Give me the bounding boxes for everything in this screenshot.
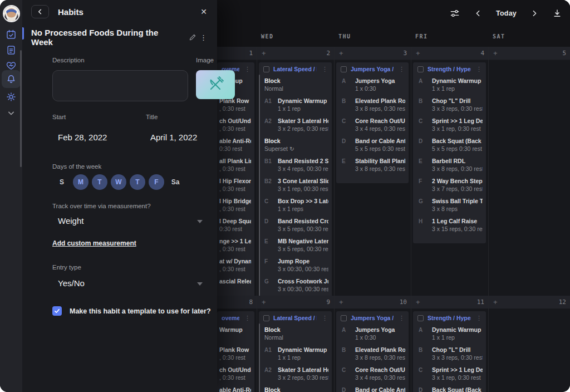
exercise-row[interactable]: at w/ Dynamic P..., 0:30 rest <box>219 258 251 273</box>
block-row[interactable]: BlockSuperset ↻ <box>264 138 328 153</box>
exercise-row[interactable]: EMB Negative Lateral Hop...3 x 5 reps, 0… <box>264 238 328 253</box>
exercise-row[interactable]: all Plank Linear ..., 0:30 rest <box>219 158 251 173</box>
add-workout-button[interactable]: + <box>262 49 266 57</box>
exercise-row[interactable]: CCore Reach Out/Under3 x 4 reps, 0:30 re… <box>342 117 405 133</box>
exercise-row[interactable]: Plank Row, 0:30 rest <box>219 346 251 361</box>
exercise-row[interactable]: Plank Row, 0:30 rest <box>219 97 251 112</box>
exercise-row[interactable]: CSprint >> 1 Leg Declarations3 x 1 rep, … <box>419 366 483 381</box>
workout-menu-kebab-icon[interactable]: ⋮ <box>475 66 483 72</box>
sidebar-expand-chevron-down-icon[interactable] <box>6 107 17 119</box>
exercise-row[interactable]: EBarbell RDL3 x 8 reps, 0:30 rest <box>419 158 483 173</box>
exercise-row[interactable]: AJumpers Yoga1 x 0:30 <box>342 326 405 341</box>
exercise-row[interactable]: B1Band Resisted 2 Step Late...3 x 4 reps… <box>264 158 328 173</box>
workout-title[interactable]: Lateral Speed / Plyo <box>273 315 317 321</box>
workout-checkbox[interactable] <box>417 66 424 72</box>
add-custom-measurement-link[interactable]: Add custom measurement <box>52 239 136 247</box>
workout-menu-kebab-icon[interactable]: ⋮ <box>243 66 252 72</box>
workout-checkbox[interactable] <box>417 315 424 321</box>
add-workout-button[interactable]: + <box>262 298 266 306</box>
day-toggle-f[interactable]: F <box>149 174 164 190</box>
workout-card[interactable]: ovement Q...⋮WarmupPlank Row, 0:30 restc… <box>217 311 254 392</box>
exercise-row[interactable]: A2Skater 3 Lateral Hops >> ...3 x 2 reps… <box>264 117 328 133</box>
workout-menu-kebab-icon[interactable]: ⋮ <box>475 315 483 321</box>
filter-sliders-icon[interactable] <box>449 8 460 19</box>
exercise-row[interactable]: BChop "L" Drill3 x 3 reps, 0:30 rest <box>419 97 483 112</box>
sidebar-item-heart-icon[interactable] <box>6 60 17 71</box>
workout-card[interactable]: Strength / Hypertro...⋮ADynamic Warmup1 … <box>413 311 486 392</box>
day-toggle-s[interactable]: S <box>54 178 70 186</box>
exercise-row[interactable]: FJump Rope3 x 00:30, 00:30 rest <box>264 258 328 273</box>
sidebar-item-bell-icon[interactable] <box>6 74 17 85</box>
add-workout-button[interactable]: + <box>416 49 420 57</box>
workout-checkbox[interactable] <box>341 66 347 72</box>
habit-menu-kebab-icon[interactable]: ⋮ <box>196 33 210 42</box>
workout-title[interactable]: Jumpers Yoga / Core <box>351 66 394 72</box>
block-row[interactable]: BlockSuperset ↻ <box>264 386 328 392</box>
template-checkbox[interactable] <box>52 306 62 316</box>
exercise-row[interactable]: l Hip Bridge w/ ..., 0:30 rest <box>219 198 251 213</box>
today-button[interactable]: Today <box>496 9 517 17</box>
workout-menu-kebab-icon[interactable]: ⋮ <box>321 66 329 72</box>
exercise-row[interactable]: F2 Way Bench Step Up3 x 7 reps, 0:30 res… <box>419 178 483 193</box>
exercise-row[interactable]: DBack Squat (Back Off Set)5 x 5 reps 0:3… <box>419 138 483 153</box>
sidebar-item-calendar-icon[interactable] <box>6 29 17 40</box>
day-toggle-t[interactable]: T <box>92 174 107 190</box>
workout-card[interactable]: Strength / Hypertro...⋮ADynamic Warmup1 … <box>413 62 486 243</box>
workout-menu-kebab-icon[interactable]: ⋮ <box>243 315 252 321</box>
exercise-row[interactable]: ch Out/Under, 0:30 rest <box>219 366 251 381</box>
exercise-row[interactable]: GCross Footwork Jump Rope3 x 00:30, 00:3… <box>264 278 328 293</box>
sidebar-item-document-icon[interactable] <box>6 45 17 56</box>
exercise-row[interactable]: DBand or Cable Anti Rotati...5 x 5 reps … <box>342 386 405 392</box>
exercise-row[interactable]: CSprint >> 1 Leg Declarations3 x 1 rep, … <box>419 117 483 133</box>
workout-checkbox[interactable] <box>263 66 269 72</box>
next-week-button[interactable] <box>530 9 539 18</box>
workout-checkbox[interactable] <box>263 315 269 321</box>
workout-card[interactable]: Jumpers Yoga / Core⋮AJumpers Yoga1 x 0:3… <box>336 311 409 392</box>
add-workout-button[interactable]: + <box>493 298 498 306</box>
exercise-row[interactable]: ADynamic Warmup1 x 1 rep <box>419 326 483 341</box>
exercise-row[interactable]: A1Dynamic Warmup1 x 1 rep <box>264 97 328 112</box>
panel-scrollbar[interactable] <box>20 50 22 167</box>
exercise-row[interactable]: BElevated Plank Row3 x 8 reps, 0:30 rest <box>342 346 405 361</box>
exercise-row[interactable]: able Anti-Rotati...0:30 rest <box>219 386 251 392</box>
close-icon[interactable]: ✕ <box>197 6 210 17</box>
avatar[interactable] <box>3 5 20 22</box>
edit-pencil-icon[interactable] <box>189 33 196 41</box>
workout-card[interactable]: Jumpers Yoga / Core⋮AJumpers Yoga1 x 0:3… <box>336 62 409 183</box>
workout-title[interactable]: ovement Q... <box>222 315 239 321</box>
day-toggle-t[interactable]: T <box>130 174 145 190</box>
workout-menu-kebab-icon[interactable]: ⋮ <box>321 315 329 321</box>
exercise-row[interactable]: EStability Ball Plank Linear ...3 x 8 re… <box>342 158 405 173</box>
measurement-select[interactable]: Weight <box>58 216 203 227</box>
exercise-row[interactable]: A1Dynamic Warmup1 x 1 rep <box>264 346 328 361</box>
add-workout-button[interactable]: + <box>339 298 343 306</box>
day-toggle-sa[interactable]: Sa <box>168 178 183 186</box>
exercise-row[interactable]: GSwiss Ball Triple Threat3 x 8 reps <box>419 198 483 213</box>
block-row[interactable]: BlockNormal <box>264 77 328 92</box>
workout-title[interactable]: Strength / Hypertro... <box>428 66 471 72</box>
exercise-row[interactable]: AJumpers Yoga1 x 0:30 <box>342 77 405 92</box>
exercise-row[interactable]: ADynamic Warmup1 x 1 rep <box>419 77 483 92</box>
exercise-row[interactable]: DBack Squat (Back Off Set)5 x 5 reps 0:3… <box>419 386 483 392</box>
workout-title[interactable]: Lateral Speed / Plyo <box>273 66 317 72</box>
entry-type-select[interactable]: Yes/No <box>58 278 203 290</box>
exercise-row[interactable]: Warmup <box>219 326 251 341</box>
exercise-row[interactable]: l Hip Flexor Rais..., 0:30 rest <box>219 178 251 193</box>
exercise-row[interactable]: B23 Cone Lateral Slide3 x 1 rep, 00:30 r… <box>264 178 328 193</box>
add-workout-button[interactable]: + <box>416 298 420 306</box>
prev-week-button[interactable] <box>474 9 483 18</box>
exercise-row[interactable]: l Deep Squat Mo...0:30 rest <box>219 218 251 233</box>
habit-image-tile[interactable] <box>196 70 235 99</box>
download-icon[interactable] <box>552 8 562 18</box>
exercise-row[interactable]: nge >> 1 Leg St..., 0:30 rest <box>219 238 251 253</box>
workout-menu-kebab-icon[interactable]: ⋮ <box>397 315 406 321</box>
exercise-row[interactable]: BChop "L" Drill3 x 3 reps, 0:30 rest <box>419 346 483 361</box>
workout-card[interactable]: Lateral Speed / Plyo⋮BlockNormalA1Dynami… <box>259 62 332 303</box>
exercise-row[interactable]: BElevated Plank Row3 x 8 reps, 0:30 rest <box>342 97 405 112</box>
workout-title[interactable]: Jumpers Yoga / Core <box>351 315 394 321</box>
workout-card[interactable]: Lateral Speed / Plyo⋮BlockNormalA1Dynami… <box>259 311 332 392</box>
exercise-row[interactable]: CBox Drop >> 3 Lateral H...1 x 1 reps <box>264 198 328 213</box>
day-toggle-w[interactable]: W <box>111 174 126 190</box>
exercise-row[interactable]: CCore Reach Out/Under3 x 4 reps, 0:30 re… <box>342 366 405 381</box>
start-date-value[interactable]: Feb 28, 2022 <box>58 133 107 142</box>
